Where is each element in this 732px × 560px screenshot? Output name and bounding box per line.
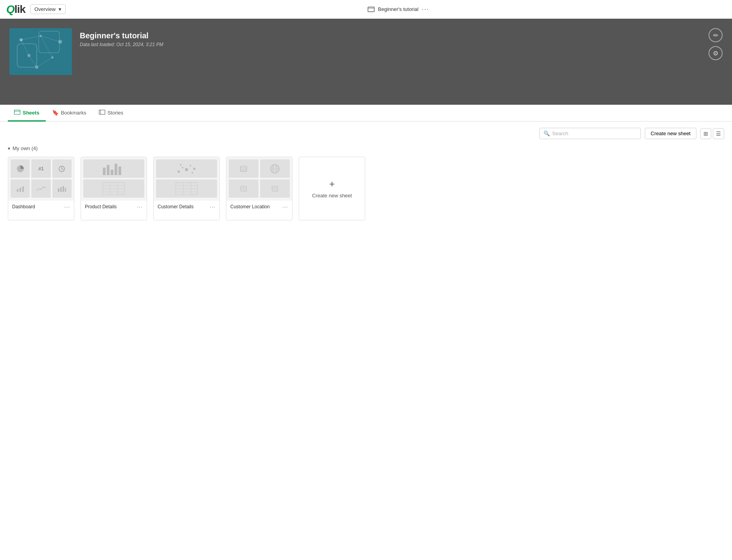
thumb-cell-drag-handle2: [260, 179, 290, 198]
sheet-thumbnail-customer-location: [226, 157, 292, 200]
tab-sheets-label: Sheets: [23, 110, 39, 116]
svg-rect-15: [14, 110, 20, 115]
pencil-icon: ✏: [713, 32, 718, 39]
sheet-card-customer-location[interactable]: Customer Location ···: [226, 157, 292, 220]
list-icon: ☰: [716, 131, 721, 137]
grid-icon: ⊞: [703, 131, 708, 137]
nav-center: Beginner's tutorial ···: [70, 5, 726, 13]
thumb-cell-drag-handle: [229, 179, 258, 198]
overview-dropdown[interactable]: Overview ▾: [30, 4, 66, 14]
thumb-cell-table: [83, 179, 144, 198]
thumb-cell-bar-large: [83, 159, 144, 178]
create-new-label: Create new sheet: [312, 193, 352, 199]
grid-view-button[interactable]: ⊞: [700, 128, 711, 139]
qlik-logo: Qlik: [6, 3, 25, 16]
nav-more-button[interactable]: ···: [422, 6, 429, 13]
sheet-more-customer-location[interactable]: ···: [282, 204, 288, 210]
tab-bookmarks[interactable]: 🔖 Bookmarks: [46, 105, 93, 122]
thumb-cell-line: [31, 179, 50, 198]
edit-button[interactable]: ✏: [709, 28, 723, 42]
sheet-more-customer-details[interactable]: ···: [210, 204, 215, 210]
app-title: Beginner's tutorial: [378, 6, 419, 12]
svg-rect-17: [99, 110, 105, 115]
svg-point-44: [190, 165, 191, 166]
sheet-footer-customer-details: Customer Details ···: [154, 200, 219, 213]
app-thumbnail: [9, 28, 72, 75]
thumb-cell-bar-small: [11, 179, 30, 198]
chevron-down-icon: ▾: [59, 6, 61, 12]
svg-line-22: [62, 169, 63, 170]
overview-label: Overview: [34, 6, 56, 12]
view-toggle: ⊞ ☰: [700, 128, 724, 139]
tab-bookmarks-label: Bookmarks: [61, 110, 86, 116]
top-nav: Qlik Overview ▾ Beginner's tutorial ···: [0, 0, 732, 19]
header-info: Beginner's tutorial Data last loaded: Oc…: [80, 28, 163, 47]
thumb-cell-table2: [156, 179, 217, 198]
sheet-footer-product-details: Product Details ···: [81, 200, 147, 213]
content-area: 🔍 Search Create new sheet ⊞ ☰ ▾ My own (…: [0, 122, 732, 227]
tab-sheets[interactable]: Sheets: [8, 105, 46, 122]
data-loaded-date: Data last loaded: Oct 15, 2024, 3:21 PM: [80, 42, 163, 47]
tabs-bar: Sheets 🔖 Bookmarks Stories: [0, 105, 732, 122]
gear-icon: ⚙: [713, 50, 718, 57]
thumb-cell-clock: [52, 159, 72, 178]
sheet-name-product-details: Product Details: [85, 204, 117, 209]
sheet-name-customer-details: Customer Details: [158, 204, 194, 209]
svg-point-41: [178, 170, 180, 173]
svg-rect-31: [107, 165, 109, 175]
header-actions: ✏ ⚙: [709, 28, 723, 60]
sheet-more-dashboard[interactable]: ···: [64, 204, 70, 210]
sheet-thumbnail-product-details: [81, 157, 147, 200]
svg-rect-25: [22, 186, 24, 192]
sheet-name-dashboard: Dashboard: [12, 204, 35, 209]
svg-point-45: [193, 168, 196, 170]
svg-rect-0: [368, 7, 374, 12]
svg-rect-27: [60, 187, 62, 192]
thumb-cell-scatter: [156, 159, 217, 178]
sheet-card-customer-details[interactable]: Customer Details ···: [153, 157, 220, 220]
thumb-cell-number: #1: [31, 159, 50, 178]
create-new-sheet-card[interactable]: + Create new sheet: [299, 157, 365, 220]
header-area: Beginner's tutorial Data last loaded: Oc…: [0, 19, 732, 105]
search-placeholder: Search: [552, 131, 568, 136]
stories-tab-icon: [99, 109, 105, 116]
svg-rect-26: [58, 188, 59, 192]
app-name: Beginner's tutorial: [80, 31, 163, 40]
plus-icon: +: [329, 179, 335, 190]
sheet-name-customer-location: Customer Location: [230, 204, 270, 209]
search-box[interactable]: 🔍 Search: [539, 128, 641, 139]
svg-rect-63: [241, 186, 246, 191]
sheet-more-product-details[interactable]: ···: [137, 204, 143, 210]
sheet-footer-dashboard: Dashboard ···: [8, 200, 74, 213]
sheet-card-dashboard[interactable]: #1: [8, 157, 74, 220]
toolbar: 🔍 Search Create new sheet ⊞ ☰: [8, 128, 724, 139]
list-view-button[interactable]: ☰: [713, 128, 724, 139]
svg-rect-48: [176, 182, 197, 195]
my-own-section-header[interactable]: ▾ My own (4): [8, 145, 724, 151]
svg-rect-66: [272, 186, 278, 191]
svg-point-47: [192, 172, 193, 174]
sheet-thumbnail-dashboard: #1: [8, 157, 74, 200]
sheet-card-product-details[interactable]: Product Details ···: [81, 157, 147, 220]
sheet-icon: [367, 5, 375, 13]
section-label: My own (4): [13, 145, 38, 151]
thumb-cell-pie: [11, 159, 30, 178]
svg-point-42: [182, 167, 183, 168]
svg-rect-23: [17, 189, 18, 192]
svg-rect-32: [111, 170, 113, 175]
svg-rect-33: [115, 164, 117, 175]
svg-rect-24: [20, 188, 21, 192]
svg-rect-28: [63, 186, 64, 192]
tab-stories-label: Stories: [108, 110, 123, 116]
tab-stories[interactable]: Stories: [93, 105, 129, 122]
svg-rect-29: [65, 188, 66, 192]
settings-button[interactable]: ⚙: [709, 46, 723, 60]
svg-point-46: [180, 164, 181, 166]
thumb-cell-globe: [260, 159, 290, 178]
thumb-cell-bar-chart: [52, 179, 72, 198]
sheet-footer-customer-location: Customer Location ···: [226, 200, 292, 213]
sheets-grid: #1: [8, 157, 724, 220]
create-new-sheet-button[interactable]: Create new sheet: [645, 128, 696, 139]
svg-rect-34: [118, 166, 121, 175]
sheet-thumbnail-customer-details: [154, 157, 219, 200]
